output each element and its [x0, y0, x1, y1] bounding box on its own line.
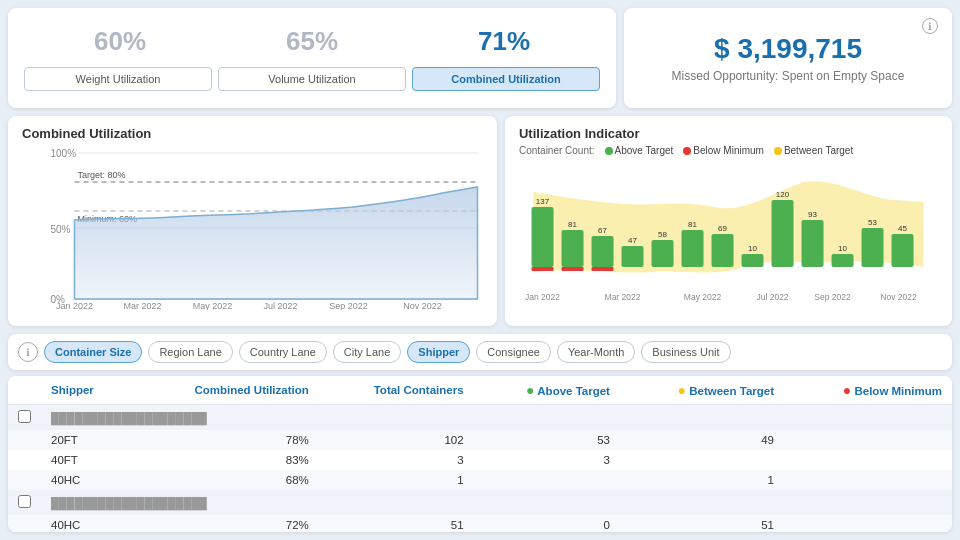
filter-container-size[interactable]: Container Size — [44, 341, 142, 363]
svg-rect-30 — [741, 254, 763, 267]
svg-text:53: 53 — [868, 218, 877, 227]
svg-text:67: 67 — [598, 226, 607, 235]
utilization-indicator-card: Utilization Indicator Container Count: A… — [505, 116, 952, 326]
combined-util-button[interactable]: Combined Utilization — [412, 67, 600, 91]
filter-row: ℹ Container Size Region Lane Country Lan… — [8, 334, 952, 370]
row-total: 102 — [319, 430, 474, 450]
row-total: 3 — [319, 450, 474, 470]
row-above — [474, 470, 620, 490]
group-b-bar-label: ████████████████████ — [51, 497, 207, 509]
row-above: 0 — [474, 515, 620, 532]
above-target-label: Above Target — [615, 145, 674, 156]
group-a-checkbox[interactable] — [18, 410, 31, 423]
row-combined: 78% — [129, 430, 318, 450]
group-a-checkbox-cell — [8, 405, 41, 431]
filter-country-lane[interactable]: Country Lane — [239, 341, 327, 363]
svg-rect-38 — [861, 228, 883, 267]
row-total: 51 — [319, 515, 474, 532]
svg-rect-28 — [711, 234, 733, 267]
between-target-dot — [774, 147, 782, 155]
util-numbers: 60% 65% 71% — [24, 26, 600, 57]
filter-year-month[interactable]: Year-Month — [557, 341, 635, 363]
row-above: 53 — [474, 430, 620, 450]
row-above: 3 — [474, 450, 620, 470]
row-between: 51 — [620, 515, 784, 532]
filter-region-lane[interactable]: Region Lane — [148, 341, 232, 363]
indicator-chart-title: Utilization Indicator — [519, 126, 938, 141]
table-row: 20FT 78% 102 53 49 — [8, 430, 952, 450]
between-target-label: Between Target — [784, 145, 853, 156]
missed-label: Missed Opportunity: Spent on Empty Space — [672, 69, 905, 83]
above-target-dot — [605, 147, 613, 155]
svg-rect-44 — [591, 267, 613, 271]
missed-amount: $ 3,199,715 — [714, 33, 862, 65]
row-shipper: 40HC — [41, 515, 129, 532]
svg-text:Target: 80%: Target: 80% — [77, 170, 125, 180]
table-row: 40HC 68% 1 1 — [8, 470, 952, 490]
weight-pct: 60% — [94, 26, 146, 57]
group-b-checkbox[interactable] — [18, 495, 31, 508]
data-table: Shipper Combined Utilization Total Conta… — [8, 376, 952, 532]
volume-util-button[interactable]: Volume Utilization — [218, 67, 406, 91]
row-below — [784, 515, 952, 532]
col-between: ● Between Target — [620, 376, 784, 405]
filter-shipper[interactable]: Shipper — [407, 341, 470, 363]
row-total: 1 — [319, 470, 474, 490]
svg-text:Mar 2022: Mar 2022 — [605, 292, 641, 302]
svg-text:Jul 2022: Jul 2022 — [756, 292, 788, 302]
combined-pct: 71% — [478, 26, 530, 57]
svg-rect-24 — [651, 240, 673, 267]
row-combined: 72% — [129, 515, 318, 532]
svg-text:100%: 100% — [50, 148, 76, 159]
indicator-svg: 137 81 67 47 58 81 69 10 120 93 — [519, 162, 938, 310]
svg-text:10: 10 — [838, 244, 847, 253]
group-a-bar-label: ████████████████████ — [51, 412, 207, 424]
svg-rect-42 — [531, 267, 553, 271]
col-checkbox — [8, 376, 41, 405]
svg-rect-18 — [561, 230, 583, 267]
group-a-header: ████████████████████ — [8, 405, 952, 431]
svg-text:May 2022: May 2022 — [193, 301, 233, 310]
col-above-label: Above Target — [537, 385, 610, 397]
utilization-selector: 60% 65% 71% Weight Utilization Volume Ut… — [8, 8, 616, 108]
group-b-header: ████████████████████ — [8, 490, 952, 515]
filter-consignee[interactable]: Consignee — [476, 341, 551, 363]
below-min-dot — [683, 147, 691, 155]
weight-util-button[interactable]: Weight Utilization — [24, 67, 212, 91]
row-combined: 83% — [129, 450, 318, 470]
col-combined: Combined Utilization — [129, 376, 318, 405]
missed-info-icon[interactable]: ℹ — [922, 18, 938, 34]
svg-text:Jan 2022: Jan 2022 — [525, 292, 560, 302]
volume-pct: 65% — [286, 26, 338, 57]
row-between: 49 — [620, 430, 784, 450]
svg-text:93: 93 — [808, 210, 817, 219]
above-dot-header: ● — [526, 382, 534, 398]
below-min-label: Below Minimum — [693, 145, 764, 156]
svg-text:45: 45 — [898, 224, 907, 233]
svg-text:May 2022: May 2022 — [684, 292, 722, 302]
filter-business-unit[interactable]: Business Unit — [641, 341, 730, 363]
svg-text:Jan 2022: Jan 2022 — [56, 301, 93, 310]
row-below — [784, 450, 952, 470]
table-row: 40HC 72% 51 0 51 — [8, 515, 952, 532]
svg-rect-26 — [681, 230, 703, 267]
svg-rect-43 — [561, 267, 583, 271]
filter-info-icon[interactable]: ℹ — [18, 342, 38, 362]
filter-city-lane[interactable]: City Lane — [333, 341, 401, 363]
svg-rect-34 — [801, 220, 823, 267]
svg-text:120: 120 — [776, 190, 790, 199]
group-b-checkbox-cell — [8, 490, 41, 515]
missed-opportunity-card: ℹ $ 3,199,715 Missed Opportunity: Spent … — [624, 8, 952, 108]
below-min-legend: Below Minimum — [683, 145, 764, 156]
col-below: ● Below Minimum — [784, 376, 952, 405]
svg-rect-16 — [531, 207, 553, 267]
svg-rect-40 — [891, 234, 913, 267]
row-shipper: 20FT — [41, 430, 129, 450]
col-between-label: Between Target — [689, 385, 774, 397]
row-shipper: 40FT — [41, 450, 129, 470]
table-container[interactable]: Shipper Combined Utilization Total Conta… — [8, 376, 952, 532]
combined-util-svg: 100% 50% 0% Target: 80% Minimum: 60% — [22, 145, 483, 310]
svg-text:69: 69 — [718, 224, 727, 233]
below-dot-header: ● — [843, 382, 851, 398]
svg-text:81: 81 — [688, 220, 697, 229]
